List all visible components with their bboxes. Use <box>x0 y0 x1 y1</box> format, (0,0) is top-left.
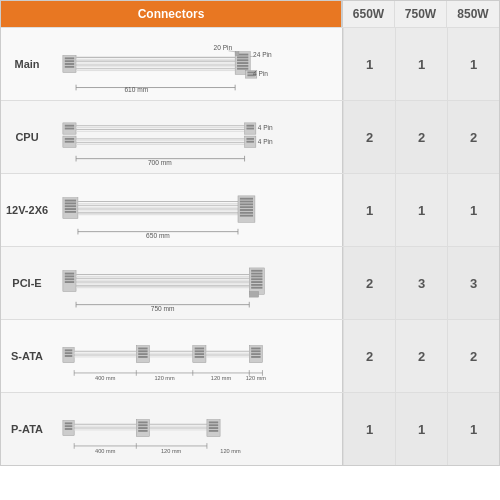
svg-rect-131 <box>195 350 204 352</box>
diagram-12v2x6: 650 mm <box>53 174 342 246</box>
val-pcie-750: 3 <box>395 247 447 319</box>
connectors-table: Connectors 650W 750W 850W Main <box>0 0 500 466</box>
svg-rect-113 <box>65 349 73 351</box>
val-main-650: 1 <box>343 28 395 100</box>
svg-rect-123 <box>138 353 147 355</box>
svg-text:400 mm: 400 mm <box>95 448 116 454</box>
val-cpu-850: 2 <box>447 101 499 173</box>
svg-text:750 mm: 750 mm <box>151 305 175 312</box>
row-cpu: CPU <box>1 100 499 173</box>
val-main-850: 1 <box>447 28 499 100</box>
svg-rect-176 <box>209 427 218 429</box>
svg-rect-101 <box>251 273 262 275</box>
header-connector: Connectors <box>1 1 342 27</box>
svg-text:120 mm: 120 mm <box>154 375 175 381</box>
row-pcie: PCI-E <box>1 246 499 319</box>
svg-text:120 mm: 120 mm <box>211 375 232 381</box>
svg-rect-121 <box>138 348 147 350</box>
svg-rect-62 <box>65 202 76 204</box>
row-main: Main <box>1 27 499 100</box>
svg-rect-39 <box>65 141 74 143</box>
val-12v2x6-850: 1 <box>447 174 499 246</box>
svg-rect-165 <box>138 421 147 423</box>
svg-rect-80 <box>240 212 253 214</box>
svg-rect-157 <box>65 422 73 424</box>
svg-rect-167 <box>138 427 147 429</box>
diagram-sata: 400 mm 120 mm 120 mm 120 mm <box>53 320 342 392</box>
svg-rect-158 <box>65 425 73 427</box>
svg-rect-105 <box>251 284 262 286</box>
svg-rect-87 <box>65 273 74 275</box>
row-pata: P-ATA <box>1 392 499 465</box>
svg-rect-36 <box>65 128 74 130</box>
svg-rect-130 <box>195 348 204 350</box>
header-750w: 750W <box>395 1 447 27</box>
svg-rect-19 <box>237 68 248 70</box>
svg-text:400 mm: 400 mm <box>95 375 116 381</box>
svg-rect-65 <box>65 211 76 213</box>
svg-rect-107 <box>249 291 258 297</box>
label-pcie: PCI-E <box>1 273 53 293</box>
header-850w: 850W <box>447 1 499 27</box>
svg-rect-115 <box>65 355 73 357</box>
val-sata-850: 2 <box>447 320 499 392</box>
svg-rect-15 <box>237 56 248 58</box>
svg-rect-100 <box>251 270 262 272</box>
row-12v2x6: 12V-2X6 <box>1 173 499 246</box>
svg-rect-175 <box>209 424 218 426</box>
svg-rect-18 <box>237 65 248 67</box>
svg-rect-104 <box>251 281 262 283</box>
label-12v2x6: 12V-2X6 <box>1 200 53 220</box>
svg-rect-75 <box>240 198 253 200</box>
svg-rect-140 <box>251 350 260 352</box>
svg-rect-16 <box>237 59 248 61</box>
svg-rect-77 <box>240 203 253 205</box>
svg-rect-141 <box>251 353 260 355</box>
val-pcie-850: 3 <box>447 247 499 319</box>
val-main-750: 1 <box>395 28 447 100</box>
svg-rect-89 <box>65 278 74 280</box>
svg-rect-76 <box>240 201 253 203</box>
svg-rect-49 <box>246 125 254 127</box>
label-main: Main <box>1 54 53 74</box>
svg-rect-177 <box>209 430 218 432</box>
svg-text:4 Pin: 4 Pin <box>258 138 273 145</box>
svg-rect-132 <box>195 353 204 355</box>
svg-text:120 mm: 120 mm <box>161 448 182 454</box>
svg-rect-168 <box>138 430 147 432</box>
svg-rect-166 <box>138 424 147 426</box>
svg-text:120 mm: 120 mm <box>246 375 267 381</box>
svg-rect-35 <box>65 125 74 127</box>
svg-rect-64 <box>65 208 76 210</box>
val-sata-650: 2 <box>343 320 395 392</box>
svg-line-25 <box>229 51 236 52</box>
svg-rect-50 <box>246 128 254 130</box>
svg-text:650 mm: 650 mm <box>146 232 170 239</box>
svg-rect-52 <box>246 138 254 140</box>
val-pata-850: 1 <box>447 393 499 465</box>
val-pata-650: 1 <box>343 393 395 465</box>
svg-rect-174 <box>209 421 218 423</box>
svg-text:4 Pin: 4 Pin <box>253 70 268 77</box>
val-sata-750: 2 <box>395 320 447 392</box>
svg-rect-2 <box>65 60 74 62</box>
table-header: Connectors 650W 750W 850W <box>1 1 499 27</box>
val-pata-750: 1 <box>395 393 447 465</box>
label-cpu: CPU <box>1 127 53 147</box>
svg-rect-61 <box>65 200 76 202</box>
svg-rect-124 <box>138 356 147 358</box>
label-pata: P-ATA <box>1 419 53 439</box>
svg-rect-17 <box>237 62 248 64</box>
val-pcie-650: 2 <box>343 247 395 319</box>
svg-text:610 mm: 610 mm <box>124 86 148 93</box>
header-650w: 650W <box>343 1 395 27</box>
svg-rect-20 <box>235 52 239 56</box>
svg-rect-79 <box>240 209 253 211</box>
val-cpu-750: 2 <box>395 101 447 173</box>
diagram-pcie: 750 mm <box>53 247 342 319</box>
svg-text:20 Pin: 20 Pin <box>214 44 233 51</box>
svg-rect-53 <box>246 141 254 143</box>
svg-rect-3 <box>65 63 74 65</box>
val-cpu-650: 2 <box>343 101 395 173</box>
svg-rect-102 <box>251 275 262 277</box>
